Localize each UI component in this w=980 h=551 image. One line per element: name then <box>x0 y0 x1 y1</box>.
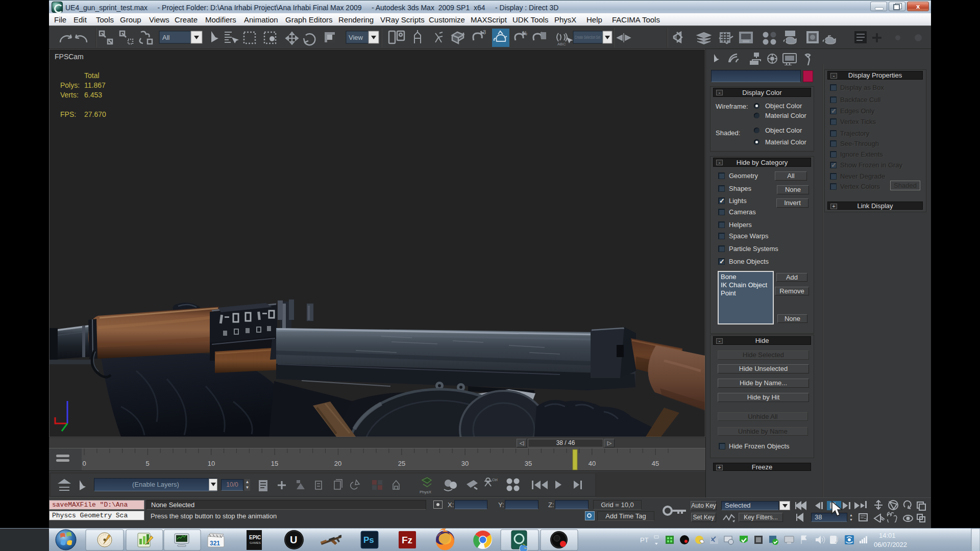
svg-text:14:01: 14:01 <box>879 532 896 539</box>
svg-text:Create Selection Set: Create Selection Set <box>575 35 600 40</box>
svg-text:Fz: Fz <box>402 535 412 545</box>
svg-text:EPIC: EPIC <box>249 535 261 540</box>
svg-text:%: % <box>522 30 527 36</box>
svg-text:3: 3 <box>483 29 486 35</box>
svg-text:View: View <box>349 34 363 41</box>
svg-text:All: All <box>162 34 170 41</box>
svg-text:PT: PT <box>640 536 649 544</box>
svg-text:321: 321 <box>210 540 220 547</box>
svg-text:U: U <box>290 534 297 545</box>
svg-text:ABC: ABC <box>557 42 566 46</box>
svg-text:PhysX: PhysX <box>420 490 432 494</box>
svg-text:Ps: Ps <box>363 535 374 545</box>
svg-text:Ctrl: Ctrl <box>492 478 498 482</box>
svg-text:06/07/2022: 06/07/2022 <box>874 541 907 548</box>
svg-text:GAMES: GAMES <box>250 541 261 544</box>
